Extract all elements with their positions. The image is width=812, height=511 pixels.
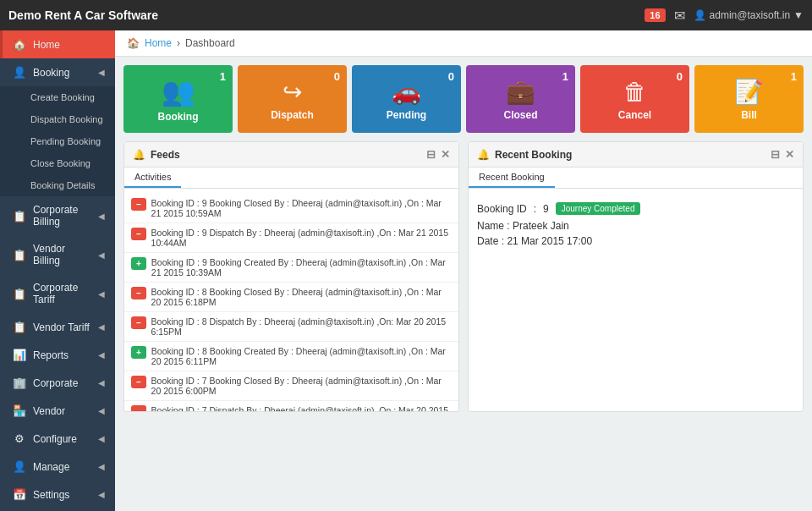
topbar: Demo Rent A Car Software 16 ✉ 👤 admin@ta… xyxy=(0,0,812,30)
feed-text: Booking ID : 9 Booking Closed By : Dheer… xyxy=(151,198,452,218)
feeds-body: –Booking ID : 9 Booking Closed By : Dhee… xyxy=(124,189,458,411)
topbar-right: 16 ✉ 👤 admin@taxisoft.in ▼ xyxy=(645,8,804,24)
settings-icon: 📅 xyxy=(13,488,26,501)
booking-id-row: Booking ID : 9 Journey Completed xyxy=(477,202,794,215)
feed-item: –Booking ID : 7 Booking Closed By : Dhee… xyxy=(124,371,458,401)
sidebar-sub-pending-booking[interactable]: Pending Booking xyxy=(0,130,115,152)
recent-booking-bell-icon: 🔔 xyxy=(477,149,490,161)
user-icon: 👤 xyxy=(694,9,706,21)
stat-booking-count: 1 xyxy=(220,70,226,83)
feeds-activities-tab[interactable]: Activities xyxy=(124,168,181,188)
sidebar-sub-create-booking[interactable]: Create Booking xyxy=(0,86,115,108)
user-menu[interactable]: 👤 admin@taxisoft.in ▼ xyxy=(694,9,804,21)
vendor-icon: 🏪 xyxy=(13,404,26,417)
feeds-panel-controls: ⊟ ✕ xyxy=(426,148,450,161)
vendor-billing-icon: 📋 xyxy=(13,249,26,261)
stat-cancel[interactable]: 0 🗑 Cancel xyxy=(580,65,689,133)
sidebar-item-home[interactable]: 🏠 Home xyxy=(0,30,115,58)
feed-badge: + xyxy=(131,257,146,270)
sidebar-item-vendor-tariff[interactable]: 📋 Vendor Tariff ◀ xyxy=(0,313,115,341)
sidebar-item-booking-label: Booking xyxy=(33,67,69,79)
chevron-icon-8: ◀ xyxy=(98,406,105,415)
breadcrumb-home[interactable]: Home xyxy=(145,37,172,49)
feed-item: –Booking ID : 9 Dispatch By : Dheeraj (a… xyxy=(124,223,458,253)
sidebar-item-corporate-billing[interactable]: 📋 Corporate Billing ◀ xyxy=(0,196,115,235)
feed-text: Booking ID : 9 Booking Created By : Dhee… xyxy=(151,257,452,277)
stat-cancel-icon: 🗑 xyxy=(623,78,647,106)
booking-name-label: Name xyxy=(477,220,504,232)
recent-booking-panel-header: 🔔 Recent Booking ⊟ ✕ xyxy=(469,142,803,168)
mail-icon[interactable]: ✉ xyxy=(674,8,685,24)
sidebar-item-corporate-label: Corporate xyxy=(33,377,78,389)
stat-bill-count: 1 xyxy=(791,70,797,83)
content-area: 🏠 Home › Dashboard 1 👥 Booking 0 ↪ Dispa… xyxy=(115,30,812,511)
feed-badge: + xyxy=(131,346,146,359)
sidebar-item-manage[interactable]: 👤 Manage ◀ xyxy=(0,453,115,481)
sidebar-item-reports[interactable]: 📊 Reports ◀ xyxy=(0,341,115,369)
recent-booking-minimize-icon[interactable]: ⊟ xyxy=(771,148,780,161)
sidebar-sub-close-booking[interactable]: Close Booking xyxy=(0,152,115,174)
booking-time: 17:00 xyxy=(567,235,592,247)
sidebar-item-corporate-tariff-label: Corporate Tariff xyxy=(33,282,91,305)
sidebar-item-settings[interactable]: 📅 Settings ◀ xyxy=(0,481,115,508)
feeds-minimize-icon[interactable]: ⊟ xyxy=(426,148,436,161)
feeds-tabs: Activities xyxy=(124,168,458,189)
sidebar-item-configure[interactable]: ⚙ Configure ◀ xyxy=(0,425,115,453)
recent-booking-close-icon[interactable]: ✕ xyxy=(785,148,794,161)
booking-id-label: Booking ID xyxy=(477,203,527,215)
booking-id-colon: : xyxy=(534,203,536,215)
feeds-panel: 🔔 Feeds ⊟ ✕ Activities –Booking ID : 9 B… xyxy=(123,141,459,412)
feed-badge: – xyxy=(131,287,146,299)
sidebar-sub-dispatch-booking[interactable]: Dispatch Booking xyxy=(0,108,115,130)
sidebar-item-reports-label: Reports xyxy=(33,349,69,361)
stat-pending-count: 0 xyxy=(448,70,454,83)
chevron-icon-10: ◀ xyxy=(98,462,105,471)
notification-badge[interactable]: 16 xyxy=(645,8,665,22)
stat-booking[interactable]: 1 👥 Booking xyxy=(123,65,233,133)
sidebar-item-home-label: Home xyxy=(33,39,60,51)
sidebar-item-vendor-billing[interactable]: 📋 Vendor Billing ◀ xyxy=(0,235,115,274)
feed-item: +Booking ID : 8 Booking Created By : Dhe… xyxy=(124,342,458,371)
sidebar-item-corporate-tariff[interactable]: 📋 Corporate Tariff ◀ xyxy=(0,274,115,313)
recent-booking-panel-title: Recent Booking xyxy=(495,149,572,161)
feeds-close-icon[interactable]: ✕ xyxy=(441,148,450,161)
feed-badge: – xyxy=(131,405,146,411)
feed-text: Booking ID : 8 Booking Closed By : Dheer… xyxy=(151,287,452,307)
booking-date-row: Date : 21 Mar 2015 17:00 xyxy=(477,235,794,247)
booking-name-value: Prateek Jain xyxy=(513,220,569,232)
feeds-panel-title: Feeds xyxy=(151,149,180,161)
stats-row: 1 👥 Booking 0 ↪ Dispatch 0 🚗 Pending 1 💼 xyxy=(123,65,804,133)
panels-row: 🔔 Feeds ⊟ ✕ Activities –Booking ID : 9 B… xyxy=(123,141,804,412)
chevron-icon-11: ◀ xyxy=(98,490,105,499)
stat-closed-count: 1 xyxy=(562,70,568,83)
stat-pending[interactable]: 0 🚗 Pending xyxy=(352,65,461,133)
chevron-icon: ◀ xyxy=(98,68,105,77)
feed-badge: – xyxy=(131,228,146,240)
stat-closed-icon: 💼 xyxy=(506,78,535,106)
sidebar-booking-submenu: Create Booking Dispatch Booking Pending … xyxy=(0,86,115,196)
sidebar-item-corporate[interactable]: 🏢 Corporate ◀ xyxy=(0,369,115,397)
sidebar-sub-booking-details[interactable]: Booking Details xyxy=(0,174,115,196)
corporate-billing-icon: 📋 xyxy=(13,210,26,223)
home-icon: 🏠 xyxy=(13,38,26,51)
sidebar-item-vendor[interactable]: 🏪 Vendor ◀ xyxy=(0,397,115,425)
stat-bill-icon: 📝 xyxy=(734,78,764,106)
stat-closed-label: Closed xyxy=(503,109,537,121)
feed-item: –Booking ID : 7 Dispatch By : Dheeraj (a… xyxy=(124,401,458,411)
feeds-bell-icon: 🔔 xyxy=(133,149,145,161)
booking-date-value: 21 Mar 2015 xyxy=(507,235,563,247)
chevron-icon-3: ◀ xyxy=(98,250,105,260)
chevron-icon-4: ◀ xyxy=(98,289,105,299)
stat-booking-icon: 👥 xyxy=(162,75,195,107)
stat-pending-icon: 🚗 xyxy=(392,78,421,106)
feed-badge: – xyxy=(131,198,146,211)
sidebar-item-booking[interactable]: 👤 Booking ◀ xyxy=(0,58,115,86)
sidebar-item-vendor-label: Vendor xyxy=(33,405,65,417)
recent-booking-tab[interactable]: Recent Booking xyxy=(469,168,555,188)
manage-icon: 👤 xyxy=(13,460,26,473)
stat-dispatch[interactable]: 0 ↪ Dispatch xyxy=(238,65,347,133)
stat-bill[interactable]: 1 📝 Bill xyxy=(694,65,804,133)
stat-closed[interactable]: 1 💼 Closed xyxy=(466,65,575,133)
booking-icon: 👤 xyxy=(13,66,26,79)
sidebar-item-vendor-tariff-label: Vendor Tariff xyxy=(33,321,90,333)
